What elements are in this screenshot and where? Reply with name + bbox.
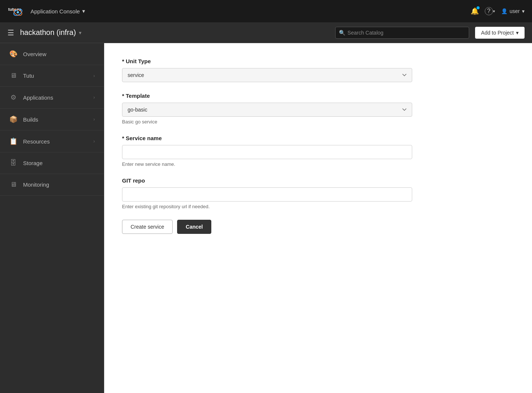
git-repo-hint: Enter existing git repository url if nee…: [122, 204, 514, 209]
service-name-section: * Service name Enter new service name.: [122, 135, 514, 167]
overview-icon: 🎨: [9, 50, 18, 58]
user-chevron: ▾: [522, 8, 525, 14]
git-repo-label: GIT repo: [122, 177, 514, 184]
top-nav-left: tutu.ru Application Console ▾: [7, 3, 85, 19]
add-to-project-chevron: ▾: [516, 30, 519, 36]
resources-chevron: ›: [93, 139, 95, 144]
applications-chevron: ›: [93, 95, 95, 100]
tutu-icon: 🖥: [9, 72, 18, 80]
sidebar-item-storage[interactable]: 🗄 Storage: [0, 152, 104, 174]
service-name-label: * Service name: [122, 135, 514, 141]
sidebar-item-resources[interactable]: 📋 Resources ›: [0, 131, 104, 152]
project-name: hackathon (infra) ▾: [20, 28, 81, 37]
hamburger-icon: ☰: [7, 29, 14, 37]
service-name-input[interactable]: [122, 145, 412, 159]
project-chevron: ▾: [79, 30, 81, 36]
main-content: * Unit Type service job cronjob * Templa…: [104, 43, 532, 393]
sidebar-item-overview[interactable]: 🎨 Overview: [0, 43, 104, 65]
template-section: * Template go-basic python-basic node-ba…: [122, 93, 514, 125]
builds-chevron: ›: [93, 117, 95, 122]
search-input[interactable]: [335, 27, 469, 39]
service-name-hint: Enter new service name.: [122, 161, 514, 167]
unit-type-label: * Unit Type: [122, 58, 514, 64]
add-to-project-button[interactable]: Add to Project ▾: [475, 27, 525, 39]
sidebar-item-monitoring[interactable]: 🖥 Monitoring: [0, 174, 104, 196]
sidebar-item-storage-label: Storage: [23, 160, 43, 166]
help-icon: ?: [485, 7, 493, 15]
builds-icon: 📦: [9, 115, 18, 123]
sidebar-item-applications[interactable]: ⚙ Applications ›: [0, 87, 104, 109]
sidebar-item-monitoring-label: Monitoring: [23, 181, 49, 188]
tutu-chevron: ›: [93, 73, 95, 78]
user-icon: 👤: [501, 8, 507, 14]
applications-icon: ⚙: [9, 93, 18, 102]
sidebar: 🎨 Overview 🖥 Tutu › ⚙ Applications › 📦 B…: [0, 43, 104, 393]
notification-dot: [477, 6, 480, 9]
template-hint: Basic go service: [122, 119, 514, 125]
unit-type-select[interactable]: service job cronjob: [122, 68, 412, 82]
sidebar-item-tutu[interactable]: 🖥 Tutu ›: [0, 65, 104, 87]
logo-icon: tutu.ru: [7, 3, 23, 19]
sidebar-item-applications-label: Applications: [23, 94, 53, 101]
project-name-text: hackathon (infra): [20, 28, 76, 37]
user-label: user: [510, 8, 520, 14]
app-console-button[interactable]: Application Console ▾: [31, 8, 85, 15]
help-chevron: ▾: [493, 9, 495, 14]
unit-type-section: * Unit Type service job cronjob: [122, 58, 514, 82]
template-select[interactable]: go-basic python-basic node-basic: [122, 103, 412, 117]
template-label: * Template: [122, 93, 514, 99]
help-button[interactable]: ? ▾: [485, 7, 495, 15]
hamburger-button[interactable]: ☰: [7, 28, 14, 37]
add-to-project-label: Add to Project: [481, 30, 514, 36]
sidebar-item-builds-label: Builds: [23, 116, 38, 123]
git-repo-section: GIT repo Enter existing git repository u…: [122, 177, 514, 209]
resources-icon: 📋: [9, 137, 18, 145]
layout: 🎨 Overview 🖥 Tutu › ⚙ Applications › 📦 B…: [0, 43, 532, 393]
top-nav-right: 🔔 ? ▾ 👤 user ▾: [471, 7, 525, 15]
app-console-chevron: ▾: [82, 8, 85, 15]
logo: tutu.ru: [7, 3, 23, 19]
git-repo-input[interactable]: [122, 187, 412, 202]
app-console-label: Application Console: [31, 8, 80, 15]
svg-point-3: [17, 11, 19, 13]
top-nav: tutu.ru Application Console ▾ 🔔 ? ▾ 👤 us…: [0, 0, 532, 22]
search-container: 🔍: [335, 27, 469, 39]
sidebar-item-builds[interactable]: 📦 Builds ›: [0, 109, 104, 131]
cancel-button[interactable]: Cancel: [177, 220, 211, 234]
monitoring-icon: 🖥: [9, 181, 18, 189]
sidebar-item-tutu-label: Tutu: [23, 73, 34, 79]
sidebar-item-resources-label: Resources: [23, 138, 50, 145]
sidebar-item-overview-label: Overview: [23, 51, 47, 57]
second-nav: ☰ hackathon (infra) ▾ 🔍 Add to Project ▾: [0, 22, 532, 43]
create-service-button[interactable]: Create service: [122, 220, 173, 234]
storage-icon: 🗄: [9, 159, 18, 167]
user-menu-button[interactable]: 👤 user ▾: [501, 8, 525, 14]
search-icon: 🔍: [339, 30, 345, 36]
form-buttons: Create service Cancel: [122, 220, 514, 234]
notification-button[interactable]: 🔔: [471, 7, 479, 15]
